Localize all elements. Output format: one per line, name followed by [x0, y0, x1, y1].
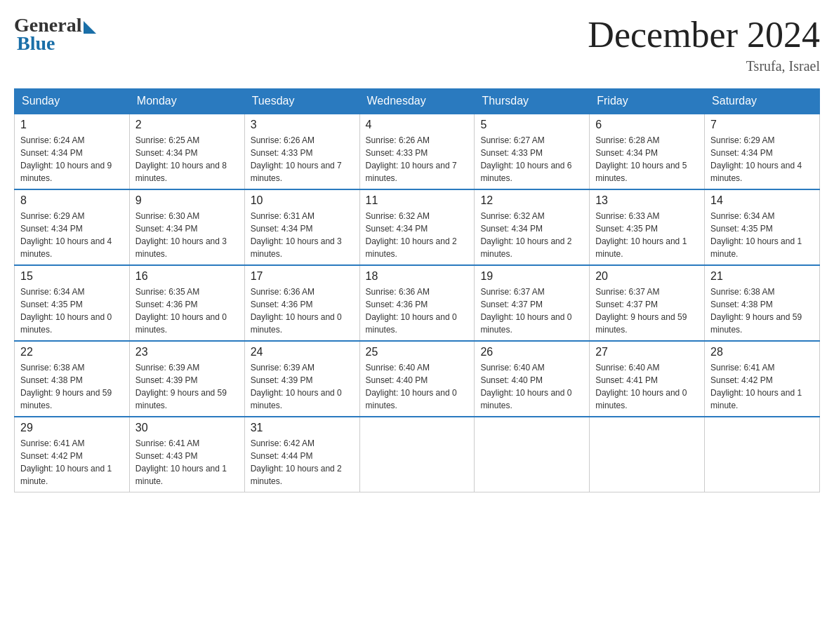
table-row: 1 Sunrise: 6:24 AM Sunset: 4:34 PM Dayli… [15, 114, 130, 189]
day-info: Sunrise: 6:36 AM Sunset: 4:36 PM Dayligh… [251, 286, 354, 336]
table-row: 6 Sunrise: 6:28 AM Sunset: 4:34 PM Dayli… [590, 114, 705, 189]
table-row: 29 Sunrise: 6:41 AM Sunset: 4:42 PM Dayl… [15, 417, 130, 492]
table-row: 3 Sunrise: 6:26 AM Sunset: 4:33 PM Dayli… [244, 114, 359, 189]
day-info: Sunrise: 6:25 AM Sunset: 4:34 PM Dayligh… [135, 134, 239, 185]
day-info: Sunrise: 6:39 AM Sunset: 4:39 PM Dayligh… [251, 361, 354, 412]
day-info: Sunrise: 6:29 AM Sunset: 4:34 PM Dayligh… [710, 134, 814, 185]
table-row: 2 Sunrise: 6:25 AM Sunset: 4:34 PM Dayli… [129, 114, 244, 189]
col-tuesday: Tuesday [244, 89, 359, 114]
calendar-week-row: 29 Sunrise: 6:41 AM Sunset: 4:42 PM Dayl… [15, 417, 820, 492]
table-row: 18 Sunrise: 6:36 AM Sunset: 4:36 PM Dayl… [359, 265, 475, 341]
day-number: 4 [366, 119, 469, 131]
table-row [590, 417, 705, 492]
day-number: 15 [20, 270, 124, 283]
table-row: 25 Sunrise: 6:40 AM Sunset: 4:40 PM Dayl… [359, 341, 475, 417]
table-row: 8 Sunrise: 6:29 AM Sunset: 4:34 PM Dayli… [15, 189, 130, 265]
day-number: 14 [710, 194, 814, 207]
day-number: 22 [20, 346, 124, 358]
day-number: 8 [20, 194, 124, 207]
table-row: 27 Sunrise: 6:40 AM Sunset: 4:41 PM Dayl… [590, 341, 705, 417]
table-row [475, 417, 590, 492]
table-row: 31 Sunrise: 6:42 AM Sunset: 4:44 PM Dayl… [244, 417, 359, 492]
col-saturday: Saturday [705, 89, 820, 114]
title-area: December 2024 Tsrufa, Israel [588, 14, 820, 74]
table-row: 22 Sunrise: 6:38 AM Sunset: 4:38 PM Dayl… [15, 341, 130, 417]
table-row: 5 Sunrise: 6:27 AM Sunset: 4:33 PM Dayli… [475, 114, 590, 189]
day-info: Sunrise: 6:40 AM Sunset: 4:40 PM Dayligh… [366, 361, 469, 412]
table-row: 19 Sunrise: 6:37 AM Sunset: 4:37 PM Dayl… [475, 265, 590, 341]
day-number: 20 [595, 270, 699, 283]
day-number: 24 [251, 346, 354, 358]
day-info: Sunrise: 6:26 AM Sunset: 4:33 PM Dayligh… [251, 134, 354, 185]
day-info: Sunrise: 6:36 AM Sunset: 4:36 PM Dayligh… [366, 286, 469, 336]
day-number: 7 [710, 119, 814, 131]
col-sunday: Sunday [15, 89, 130, 114]
day-number: 28 [710, 346, 814, 358]
table-row: 26 Sunrise: 6:40 AM Sunset: 4:40 PM Dayl… [475, 341, 590, 417]
page-header: General Blue December 2024 Tsrufa, Israe… [14, 14, 820, 74]
day-info: Sunrise: 6:41 AM Sunset: 4:42 PM Dayligh… [710, 361, 814, 412]
day-number: 17 [251, 270, 354, 283]
day-info: Sunrise: 6:34 AM Sunset: 4:35 PM Dayligh… [20, 286, 124, 336]
logo-blue-text: Blue [14, 32, 55, 55]
table-row: 13 Sunrise: 6:33 AM Sunset: 4:35 PM Dayl… [590, 189, 705, 265]
day-info: Sunrise: 6:27 AM Sunset: 4:33 PM Dayligh… [480, 134, 583, 185]
month-title: December 2024 [588, 14, 820, 55]
table-row: 21 Sunrise: 6:38 AM Sunset: 4:38 PM Dayl… [705, 265, 820, 341]
day-number: 5 [480, 119, 583, 131]
calendar-week-row: 8 Sunrise: 6:29 AM Sunset: 4:34 PM Dayli… [15, 189, 820, 265]
day-number: 9 [135, 194, 239, 207]
table-row: 28 Sunrise: 6:41 AM Sunset: 4:42 PM Dayl… [705, 341, 820, 417]
day-number: 18 [366, 270, 469, 283]
calendar-week-row: 1 Sunrise: 6:24 AM Sunset: 4:34 PM Dayli… [15, 114, 820, 189]
day-info: Sunrise: 6:32 AM Sunset: 4:34 PM Dayligh… [480, 210, 583, 260]
day-number: 13 [595, 194, 699, 207]
table-row [705, 417, 820, 492]
day-number: 29 [20, 422, 124, 434]
day-number: 3 [251, 119, 354, 131]
table-row: 24 Sunrise: 6:39 AM Sunset: 4:39 PM Dayl… [244, 341, 359, 417]
day-number: 16 [135, 270, 239, 283]
day-number: 25 [366, 346, 469, 358]
table-row: 14 Sunrise: 6:34 AM Sunset: 4:35 PM Dayl… [705, 189, 820, 265]
day-info: Sunrise: 6:28 AM Sunset: 4:34 PM Dayligh… [595, 134, 699, 185]
day-info: Sunrise: 6:41 AM Sunset: 4:42 PM Dayligh… [20, 437, 124, 488]
day-info: Sunrise: 6:26 AM Sunset: 4:33 PM Dayligh… [366, 134, 469, 185]
day-info: Sunrise: 6:40 AM Sunset: 4:41 PM Dayligh… [595, 361, 699, 412]
day-number: 26 [480, 346, 583, 358]
calendar-table: Sunday Monday Tuesday Wednesday Thursday… [14, 88, 820, 492]
table-row: 30 Sunrise: 6:41 AM Sunset: 4:43 PM Dayl… [129, 417, 244, 492]
col-friday: Friday [590, 89, 705, 114]
day-info: Sunrise: 6:37 AM Sunset: 4:37 PM Dayligh… [595, 286, 699, 336]
day-info: Sunrise: 6:29 AM Sunset: 4:34 PM Dayligh… [20, 210, 124, 260]
day-number: 30 [135, 422, 239, 434]
table-row: 9 Sunrise: 6:30 AM Sunset: 4:34 PM Dayli… [129, 189, 244, 265]
day-info: Sunrise: 6:34 AM Sunset: 4:35 PM Dayligh… [710, 210, 814, 260]
day-number: 2 [135, 119, 239, 131]
calendar-week-row: 22 Sunrise: 6:38 AM Sunset: 4:38 PM Dayl… [15, 341, 820, 417]
table-row: 20 Sunrise: 6:37 AM Sunset: 4:37 PM Dayl… [590, 265, 705, 341]
day-info: Sunrise: 6:38 AM Sunset: 4:38 PM Dayligh… [710, 286, 814, 336]
table-row: 11 Sunrise: 6:32 AM Sunset: 4:34 PM Dayl… [359, 189, 475, 265]
table-row: 17 Sunrise: 6:36 AM Sunset: 4:36 PM Dayl… [244, 265, 359, 341]
day-info: Sunrise: 6:31 AM Sunset: 4:34 PM Dayligh… [251, 210, 354, 260]
col-wednesday: Wednesday [359, 89, 475, 114]
day-info: Sunrise: 6:41 AM Sunset: 4:43 PM Dayligh… [135, 437, 239, 488]
table-row [359, 417, 475, 492]
day-info: Sunrise: 6:42 AM Sunset: 4:44 PM Dayligh… [251, 437, 354, 488]
day-info: Sunrise: 6:24 AM Sunset: 4:34 PM Dayligh… [20, 134, 124, 185]
calendar-header-row: Sunday Monday Tuesday Wednesday Thursday… [15, 89, 820, 114]
table-row: 15 Sunrise: 6:34 AM Sunset: 4:35 PM Dayl… [15, 265, 130, 341]
day-number: 19 [480, 270, 583, 283]
day-number: 21 [710, 270, 814, 283]
logo-triangle-icon [84, 21, 96, 34]
calendar-week-row: 15 Sunrise: 6:34 AM Sunset: 4:35 PM Dayl… [15, 265, 820, 341]
table-row: 10 Sunrise: 6:31 AM Sunset: 4:34 PM Dayl… [244, 189, 359, 265]
day-number: 27 [595, 346, 699, 358]
day-info: Sunrise: 6:35 AM Sunset: 4:36 PM Dayligh… [135, 286, 239, 336]
day-info: Sunrise: 6:39 AM Sunset: 4:39 PM Dayligh… [135, 361, 239, 412]
table-row: 4 Sunrise: 6:26 AM Sunset: 4:33 PM Dayli… [359, 114, 475, 189]
table-row: 12 Sunrise: 6:32 AM Sunset: 4:34 PM Dayl… [475, 189, 590, 265]
logo: General Blue [14, 14, 96, 55]
day-info: Sunrise: 6:37 AM Sunset: 4:37 PM Dayligh… [480, 286, 583, 336]
